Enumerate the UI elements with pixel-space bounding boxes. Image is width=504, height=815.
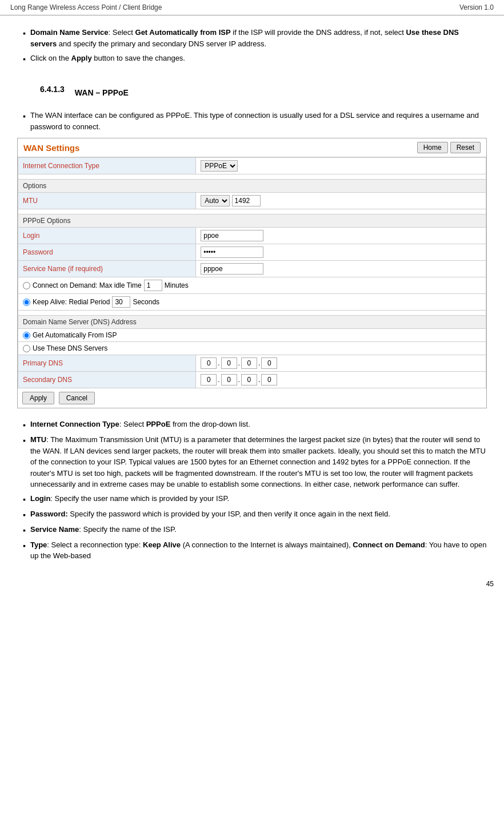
page-number: 45 <box>486 580 494 588</box>
mtu-value-cell: Auto 1492 <box>196 193 486 209</box>
wan-btn-row: Apply Cancel <box>18 388 486 408</box>
cancel-button[interactable]: Cancel <box>59 392 95 404</box>
ict-select[interactable]: PPPoE <box>201 160 238 172</box>
section-bullet-text: The WAN interface can be configured as P… <box>30 110 487 132</box>
spacer-row-3 <box>18 311 486 316</box>
password-label: Password <box>18 244 196 261</box>
keep-alive-cell: Keep Alive: Redial Period 30 Seconds <box>18 294 486 311</box>
password-bold: Password: <box>30 510 68 518</box>
keep-alive-row: Keep Alive: Redial Period 30 Seconds <box>18 294 486 311</box>
login-input[interactable]: ppoe <box>201 230 263 241</box>
secondary-dns-4[interactable] <box>261 374 277 385</box>
mtu-row: MTU Auto 1492 <box>18 193 486 209</box>
connect-on-demand-unit: Minutes <box>165 281 189 289</box>
use-these-cell: Use These DNS Servers <box>18 342 486 355</box>
spacer-row-1 <box>18 174 486 180</box>
section-number: 6.4.1.3 <box>40 85 65 94</box>
wan-settings-header: WAN Settings Home Reset <box>18 138 486 157</box>
secondary-dns-label: Secondary DNS <box>18 372 196 388</box>
primary-dns-value-cell: . . . <box>196 355 486 372</box>
primary-dns-2[interactable] <box>221 357 237 369</box>
header-title: Long Range Wireless Access Point / Clien… <box>10 3 162 11</box>
home-button[interactable]: Home <box>417 142 448 153</box>
primary-dns-row: Primary DNS . . . <box>18 355 486 372</box>
section-title: WAN – PPPoE <box>75 88 129 97</box>
service-name-label: Service Name (if required) <box>18 261 196 277</box>
get-auto-row: Get Automatically From ISP <box>18 329 486 342</box>
get-auto-radio[interactable] <box>23 332 30 339</box>
header-version: Version 1.0 <box>459 3 494 11</box>
primary-dns-4[interactable] <box>261 357 277 369</box>
keep-alive-radio-row: Keep Alive: Redial Period 30 Seconds <box>23 296 481 308</box>
connect-on-demand-cell: Connect on Demand: Max idle Time 1 Minut… <box>18 277 486 294</box>
primary-dns-3[interactable] <box>241 357 257 369</box>
section-heading-row: 6.4.1.3 WAN – PPPoE <box>40 75 487 103</box>
bullet-ict: Internet Connection Type: Select PPPoE f… <box>23 419 487 431</box>
section-bullet-list: The WAN interface can be configured as P… <box>23 110 487 132</box>
bullet-apply: Click on the Apply button to save the ch… <box>23 53 487 65</box>
get-auto-cell: Get Automatically From ISP <box>18 329 486 342</box>
keep-alive-label: Keep Alive: Redial Period <box>33 298 110 306</box>
pppoe-section-row: PPPoE Options <box>18 214 486 228</box>
pppoe-options-label: PPPoE Options <box>18 214 486 228</box>
ict-bold: Internet Connection Type <box>30 420 119 428</box>
spacer-row-2 <box>18 209 486 214</box>
dns-bold: Domain Name Service <box>30 28 109 37</box>
login-value-cell: ppoe <box>196 228 486 244</box>
mtu-bold: MTU <box>30 435 46 444</box>
bullet-type: Type: Select a reconnection type: Keep A… <box>23 539 487 562</box>
password-value-cell <box>196 244 486 261</box>
secondary-dns-row: Secondary DNS . . . <box>18 372 486 388</box>
mtu-label: MTU <box>18 193 196 209</box>
keep-alive-radio[interactable] <box>23 299 30 306</box>
intro-bullet-list: Domain Name Service: Select Get Automati… <box>23 27 487 65</box>
use-these-label: Use These DNS Servers <box>33 344 107 352</box>
secondary-dns-value-cell: . . . <box>196 372 486 388</box>
login-bold: Login <box>30 494 50 503</box>
keep-alive-input[interactable]: 30 <box>112 296 130 308</box>
service-name-input[interactable]: pppoe <box>201 263 263 275</box>
password-input[interactable] <box>201 247 263 258</box>
primary-dns-label: Primary DNS <box>18 355 196 372</box>
connect-on-demand-label: Connect on Demand: Max idle Time <box>33 281 142 289</box>
service-name-bold: Service Name <box>30 525 79 534</box>
options-label: Options <box>18 180 486 193</box>
options-section-row: Options <box>18 180 486 193</box>
apply-bold: Apply <box>71 54 92 62</box>
secondary-dns-2[interactable] <box>221 374 237 385</box>
secondary-dns-inputs: . . . <box>201 374 481 385</box>
get-auto-radio-row: Get Automatically From ISP <box>23 331 481 339</box>
page-footer: 45 <box>0 578 504 590</box>
reset-button[interactable]: Reset <box>450 142 481 153</box>
bottom-bullet-list: Internet Connection Type: Select PPPoE f… <box>23 419 487 562</box>
service-name-row: Service Name (if required) pppoe <box>18 261 486 277</box>
primary-dns-inputs: . . . <box>201 357 481 369</box>
bullet-password: Password: Specify the password which is … <box>23 508 487 521</box>
keep-alive-unit: Seconds <box>133 298 159 306</box>
secondary-dns-3[interactable] <box>241 374 257 385</box>
dns-section-row: Domain Name Server (DNS) Address <box>18 316 486 329</box>
get-auto-label: Get Automatically From ISP <box>33 331 117 339</box>
bullet-domain-name-service: Domain Name Service: Select Get Automati… <box>23 27 487 49</box>
wan-settings-title: WAN Settings <box>23 143 79 153</box>
wan-settings-table: Internet Connection Type PPPoE Options M… <box>18 157 486 388</box>
use-these-radio[interactable] <box>23 345 30 352</box>
apply-button[interactable]: Apply <box>22 392 54 404</box>
mtu-input[interactable]: 1492 <box>232 195 261 206</box>
use-these-row: Use These DNS Servers <box>18 342 486 355</box>
wan-header-buttons: Home Reset <box>417 142 481 153</box>
connect-on-demand-input[interactable]: 1 <box>144 280 162 291</box>
login-label: Login <box>18 228 196 244</box>
page-content: Domain Name Service: Select Get Automati… <box>0 15 504 578</box>
mtu-select[interactable]: Auto <box>201 195 230 206</box>
secondary-dns-1[interactable] <box>201 374 217 385</box>
ict-value: PPPoE <box>196 158 486 174</box>
login-row: Login ppoe <box>18 228 486 244</box>
connect-on-demand-radio[interactable] <box>23 282 30 289</box>
dns-section-label: Domain Name Server (DNS) Address <box>18 316 486 329</box>
bullet-service-name: Service Name: Specify the name of the IS… <box>23 524 487 536</box>
primary-dns-1[interactable] <box>201 357 217 369</box>
internet-connection-type-row: Internet Connection Type PPPoE <box>18 158 486 174</box>
password-row: Password <box>18 244 486 261</box>
connect-on-demand-row: Connect on Demand: Max idle Time 1 Minut… <box>18 277 486 294</box>
